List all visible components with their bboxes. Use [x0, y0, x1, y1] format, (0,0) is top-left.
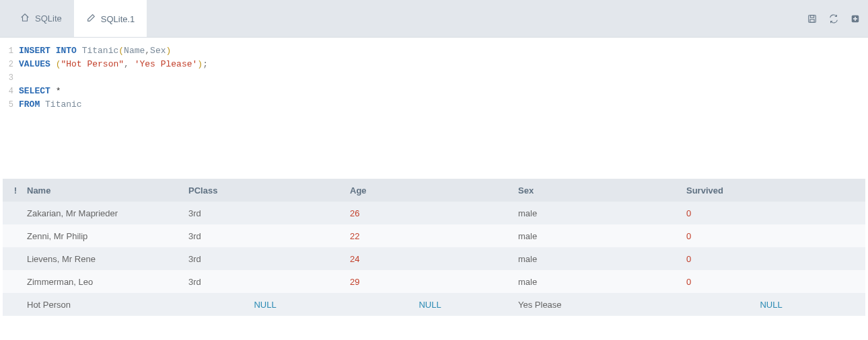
table-row[interactable]: Zenni, Mr Philip3rd22male0	[3, 224, 865, 247]
save-icon[interactable]	[807, 14, 817, 24]
cell-age: NULL	[346, 300, 514, 310]
cell-sex: male	[514, 254, 682, 264]
editor-line[interactable]: 3	[0, 71, 868, 85]
cell-pclass: 3rd	[184, 208, 346, 218]
cell-name: Lievens, Mr Rene	[23, 254, 184, 264]
editor-line[interactable]: 2VALUES ("Hot Person", 'Yes Please');	[0, 58, 868, 71]
cell-pclass: NULL	[184, 300, 346, 310]
cell-age: 24	[346, 254, 514, 264]
tab-sqlite[interactable]: SQLite	[8, 0, 74, 37]
line-number: 4	[0, 85, 19, 98]
plus-square-icon[interactable]	[851, 14, 860, 24]
code-content[interactable]: VALUES ("Hot Person", 'Yes Please');	[19, 58, 208, 71]
cell-survived: 0	[682, 254, 860, 264]
svg-rect-1	[810, 15, 813, 17]
col-header-sex[interactable]: Sex	[514, 185, 682, 196]
cell-sex: Yes Please	[514, 300, 682, 310]
cell-age: 22	[346, 231, 514, 241]
col-header-name[interactable]: Name	[23, 185, 184, 196]
cell-survived: 0	[682, 208, 860, 218]
line-number: 2	[0, 58, 19, 71]
table-header-row: ! Name PClass Age Sex Survived	[3, 179, 865, 202]
edit-icon	[86, 13, 96, 25]
col-header-pclass[interactable]: PClass	[184, 185, 346, 196]
editor-line[interactable]: 5FROM Titanic	[0, 98, 868, 112]
cell-name: Zakarian, Mr Maprieder	[23, 208, 184, 218]
cell-sex: male	[514, 208, 682, 218]
cell-age: 29	[346, 277, 514, 287]
code-content[interactable]: INSERT INTO Titanic(Name,Sex)	[19, 44, 171, 58]
tab-label: SQLite	[35, 13, 62, 24]
line-number: 5	[0, 98, 19, 112]
cell-name: Zimmerman, Leo	[23, 277, 184, 287]
results-table: ! Name PClass Age Sex Survived Zakarian,…	[0, 179, 868, 316]
row-actions-header[interactable]: !	[8, 185, 23, 196]
svg-rect-0	[809, 15, 816, 22]
table-row[interactable]: Lievens, Mr Rene3rd24male0	[3, 247, 865, 270]
svg-rect-5	[853, 18, 857, 19]
cell-pclass: 3rd	[184, 277, 346, 287]
toolbar	[807, 14, 860, 24]
refresh-icon[interactable]	[829, 14, 838, 24]
line-number: 1	[0, 44, 19, 58]
cell-pclass: 3rd	[184, 231, 346, 241]
table-row[interactable]: Hot PersonNULLNULLYes PleaseNULL	[3, 293, 865, 316]
tab-label: SQLite.1	[101, 14, 135, 24]
cell-sex: male	[514, 231, 682, 241]
line-number: 3	[0, 71, 19, 85]
cell-survived: 0	[682, 277, 860, 287]
cell-pclass: 3rd	[184, 254, 346, 264]
home-icon	[20, 13, 30, 24]
table-row[interactable]: Zakarian, Mr Maprieder3rd26male0	[3, 202, 865, 224]
cell-sex: male	[514, 277, 682, 287]
cell-survived: 0	[682, 231, 860, 241]
table-row[interactable]: Zimmerman, Leo3rd29male0	[3, 270, 865, 293]
top-bar: SQLiteSQLite.1	[0, 0, 868, 38]
tab-sqlite-1[interactable]: SQLite.1	[74, 0, 147, 37]
code-content[interactable]: SELECT *	[19, 85, 61, 98]
svg-rect-2	[810, 19, 814, 22]
cell-name: Hot Person	[23, 300, 184, 310]
editor-line[interactable]: 4SELECT *	[0, 85, 868, 98]
cell-age: 26	[346, 208, 514, 218]
tabs: SQLiteSQLite.1	[8, 0, 147, 37]
editor-line[interactable]: 1INSERT INTO Titanic(Name,Sex)	[0, 44, 868, 58]
code-content[interactable]: FROM Titanic	[19, 98, 82, 112]
col-header-age[interactable]: Age	[346, 185, 514, 196]
col-header-survived[interactable]: Survived	[682, 185, 860, 196]
cell-survived: NULL	[682, 300, 860, 310]
cell-name: Zenni, Mr Philip	[23, 231, 184, 241]
sql-editor[interactable]: 1INSERT INTO Titanic(Name,Sex)2VALUES ("…	[0, 38, 868, 179]
